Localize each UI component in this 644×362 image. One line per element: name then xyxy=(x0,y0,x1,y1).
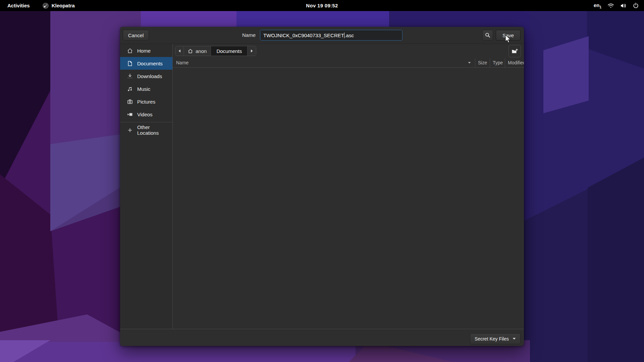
filter-label: Secret Key Files xyxy=(475,336,509,342)
sidebar-item-label: Documents xyxy=(137,61,163,66)
sidebar-divider xyxy=(120,122,172,122)
chevron-down-icon xyxy=(468,62,471,64)
chevron-right-icon xyxy=(251,49,253,53)
path-crumb-label: anon xyxy=(196,48,207,54)
column-header-size[interactable]: Size xyxy=(475,58,490,67)
column-header-type[interactable]: Type xyxy=(490,58,505,67)
sidebar-item-label: Downloads xyxy=(137,73,162,79)
filename-input[interactable]: TWOJNICK_0xC9040733_SECRET.asc xyxy=(260,30,402,41)
sidebar-item-home[interactable]: Home xyxy=(120,44,172,57)
path-back-button[interactable] xyxy=(175,46,184,56)
path-crumb-home[interactable]: anon xyxy=(184,46,211,56)
column-label: Name xyxy=(176,60,189,65)
download-icon xyxy=(127,73,133,79)
column-header-row: Name Size Type Modified xyxy=(173,58,524,68)
kleopatra-app-icon xyxy=(43,3,49,9)
file-save-dialog: Cancel Name TWOJNICK_0xC9040733_SECRET.a… xyxy=(120,27,524,346)
path-bar: anon Documents xyxy=(175,46,256,56)
plus-icon xyxy=(127,127,133,133)
video-icon xyxy=(127,112,133,117)
volume-icon xyxy=(620,3,627,8)
home-icon xyxy=(188,49,193,54)
top-bar: Activities Kleopatra Nov 19 09:52 en1 xyxy=(0,0,644,11)
dialog-footer: Secret Key Files xyxy=(120,329,524,346)
dialog-body: Home Documents xyxy=(120,44,524,329)
chevron-down-icon xyxy=(513,338,516,340)
filename-text-before-caret: TWOJNICK_0xC9040733_SECRET xyxy=(263,33,344,38)
folder-plus-icon xyxy=(512,49,518,54)
sidebar-item-documents[interactable]: Documents xyxy=(120,57,172,70)
activities-button[interactable]: Activities xyxy=(7,3,30,8)
clock[interactable]: Nov 19 09:52 xyxy=(306,3,338,8)
sidebar-item-videos[interactable]: Videos xyxy=(120,108,172,121)
sidebar-item-other-locations[interactable]: Other Locations xyxy=(120,124,172,136)
column-header-modified[interactable]: Modified xyxy=(505,58,524,67)
new-folder-button[interactable] xyxy=(508,45,521,57)
dialog-header: Cancel Name TWOJNICK_0xC9040733_SECRET.a… xyxy=(120,27,524,44)
path-crumb-current[interactable]: Documents xyxy=(211,46,248,56)
sidebar-item-label: Music xyxy=(137,86,150,92)
file-browser-pane: anon Documents xyxy=(173,44,524,329)
document-icon xyxy=(127,61,133,66)
camera-icon xyxy=(127,99,133,105)
music-icon xyxy=(127,86,133,92)
sidebar-item-downloads[interactable]: Downloads xyxy=(120,70,172,82)
focused-app-name: Kleopatra xyxy=(52,3,75,8)
sidebar-item-label: Other Locations xyxy=(137,124,172,136)
chevron-left-icon xyxy=(178,49,181,53)
cancel-button[interactable]: Cancel xyxy=(123,30,149,41)
wifi-icon xyxy=(607,3,614,8)
filename-label: Name xyxy=(238,27,256,44)
file-type-filter-dropdown[interactable]: Secret Key Files xyxy=(470,333,521,344)
sidebar-item-label: Home xyxy=(137,48,151,54)
filename-text-after-caret: .asc xyxy=(344,33,354,38)
path-bar-row: anon Documents xyxy=(173,44,524,58)
save-button[interactable]: Save xyxy=(496,30,521,41)
column-header-name[interactable]: Name xyxy=(173,58,475,67)
focused-app-menu[interactable]: Kleopatra xyxy=(43,3,75,9)
system-status-area[interactable]: en1 xyxy=(594,2,644,9)
sidebar-item-music[interactable]: Music xyxy=(120,82,172,95)
file-list[interactable] xyxy=(173,68,524,329)
places-sidebar: Home Documents xyxy=(120,44,173,329)
home-icon xyxy=(127,48,133,54)
path-forward-button[interactable] xyxy=(248,46,256,56)
power-icon xyxy=(633,3,639,8)
sidebar-item-label: Pictures xyxy=(137,99,155,105)
sidebar-item-label: Videos xyxy=(137,112,153,117)
keyboard-layout-indicator[interactable]: en1 xyxy=(594,2,601,9)
magnifier-icon xyxy=(485,33,490,38)
sidebar-item-pictures[interactable]: Pictures xyxy=(120,95,172,108)
search-button[interactable] xyxy=(482,30,493,41)
